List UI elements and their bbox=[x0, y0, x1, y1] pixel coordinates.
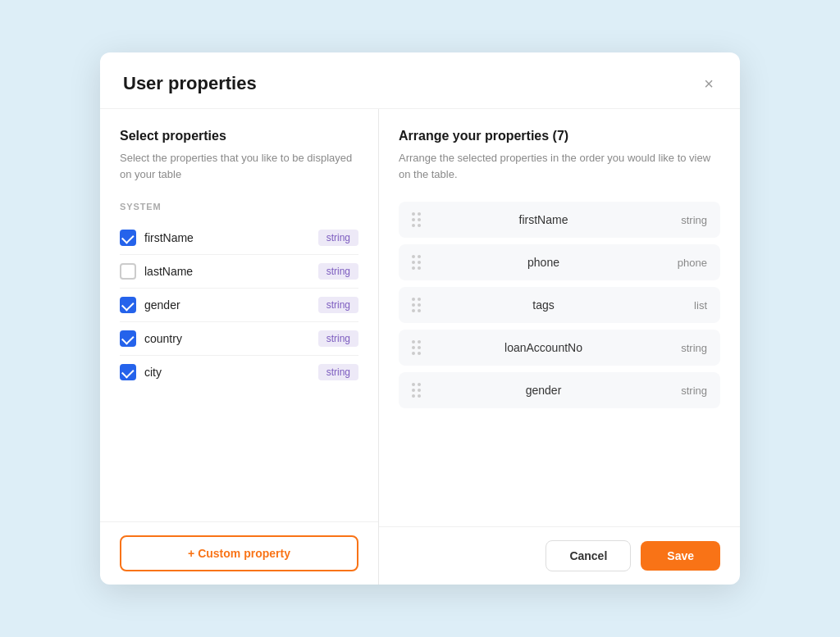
arrange-properties-description: Arrange the selected properties in the o… bbox=[399, 150, 720, 182]
arrange-item: gender string bbox=[399, 372, 720, 408]
left-panel: Select properties Select the properties … bbox=[100, 109, 379, 585]
arrange-item: phone phone bbox=[399, 244, 720, 280]
modal-body: Select properties Select the properties … bbox=[100, 109, 740, 585]
property-checkbox-city[interactable] bbox=[120, 364, 136, 380]
property-name-firstName: firstName bbox=[144, 231, 194, 244]
right-panel-footer: Cancel Save bbox=[379, 526, 740, 585]
property-item: gender string bbox=[120, 289, 358, 322]
property-name-city: city bbox=[144, 366, 162, 379]
drag-handle-tags[interactable] bbox=[412, 298, 421, 312]
property-name-country: country bbox=[144, 332, 182, 345]
left-panel-content: Select properties Select the properties … bbox=[100, 109, 378, 521]
arrange-type-firstName: string bbox=[666, 214, 707, 226]
property-checkbox-lastName[interactable] bbox=[120, 263, 136, 280]
property-type-gender: string bbox=[318, 297, 358, 313]
drag-handle-firstName[interactable] bbox=[412, 212, 421, 227]
arrange-name-phone: phone bbox=[431, 256, 656, 269]
save-button[interactable]: Save bbox=[641, 541, 720, 571]
arrange-item: tags list bbox=[399, 287, 720, 323]
drag-handle-gender[interactable] bbox=[412, 383, 421, 398]
arrange-item: firstName string bbox=[399, 202, 720, 238]
modal-title: User properties bbox=[123, 73, 257, 94]
cancel-button[interactable]: Cancel bbox=[546, 540, 631, 571]
property-item: lastName string bbox=[120, 255, 358, 289]
property-type-firstName: string bbox=[318, 230, 358, 246]
property-type-city: string bbox=[318, 364, 358, 380]
arrange-name-firstName: firstName bbox=[431, 213, 656, 226]
arrange-list: firstName string phone phone t bbox=[399, 202, 720, 408]
drag-handle-loanAccountNo[interactable] bbox=[412, 340, 421, 355]
arrange-item: loanAccountNo string bbox=[399, 330, 720, 366]
arrange-type-loanAccountNo: string bbox=[666, 342, 707, 354]
arrange-type-gender: string bbox=[666, 384, 707, 397]
property-left: lastName bbox=[120, 263, 193, 280]
arrange-name-gender: gender bbox=[431, 384, 656, 397]
modal-header: User properties × bbox=[100, 52, 740, 109]
property-item: firstName string bbox=[120, 221, 358, 255]
property-name-lastName: lastName bbox=[144, 265, 193, 278]
user-properties-modal: User properties × Select properties Sele… bbox=[100, 52, 740, 585]
properties-list: firstName string lastName string gender … bbox=[120, 221, 358, 389]
system-section-label: SYSTEM bbox=[120, 202, 358, 212]
custom-property-button[interactable]: + Custom property bbox=[120, 535, 358, 571]
property-left: firstName bbox=[120, 230, 194, 246]
arrange-type-tags: list bbox=[666, 299, 707, 312]
arrange-properties-title: Arrange your properties (7) bbox=[399, 129, 720, 143]
property-left: city bbox=[120, 364, 162, 380]
property-checkbox-firstName[interactable] bbox=[120, 230, 136, 246]
select-properties-title: Select properties bbox=[120, 129, 358, 143]
arrange-name-tags: tags bbox=[431, 298, 656, 312]
close-button[interactable]: × bbox=[701, 72, 717, 95]
property-item: country string bbox=[120, 322, 358, 356]
arrange-type-phone: phone bbox=[666, 257, 707, 269]
property-left: country bbox=[120, 330, 182, 347]
arrange-name-loanAccountNo: loanAccountNo bbox=[431, 341, 656, 354]
property-checkbox-country[interactable] bbox=[120, 330, 136, 347]
left-panel-footer: + Custom property bbox=[100, 521, 378, 585]
right-panel-content: Arrange your properties (7) Arrange the … bbox=[379, 109, 740, 526]
property-item: city string bbox=[120, 356, 358, 389]
property-type-lastName: string bbox=[318, 263, 358, 280]
drag-handle-phone[interactable] bbox=[412, 255, 421, 270]
property-name-gender: gender bbox=[144, 298, 180, 312]
property-checkbox-gender[interactable] bbox=[120, 297, 136, 313]
property-left: gender bbox=[120, 297, 180, 313]
right-panel: Arrange your properties (7) Arrange the … bbox=[379, 109, 740, 585]
property-type-country: string bbox=[318, 330, 358, 347]
select-properties-description: Select the properties that you like to b… bbox=[120, 150, 358, 182]
